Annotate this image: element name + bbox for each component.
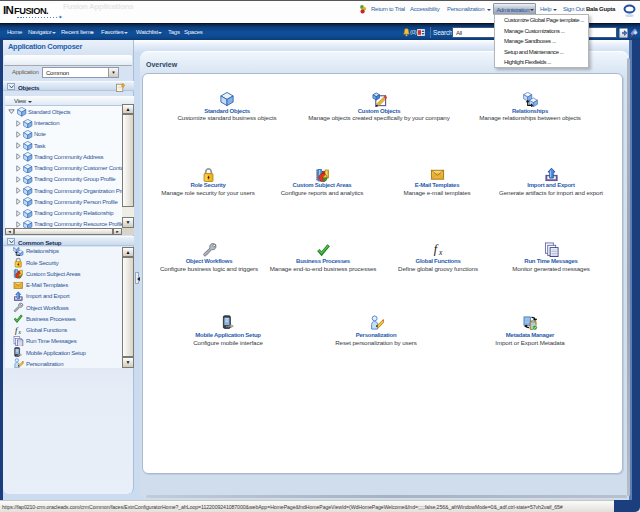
svg-text:x: x: [437, 248, 442, 257]
svg-text:x: x: [18, 329, 22, 335]
